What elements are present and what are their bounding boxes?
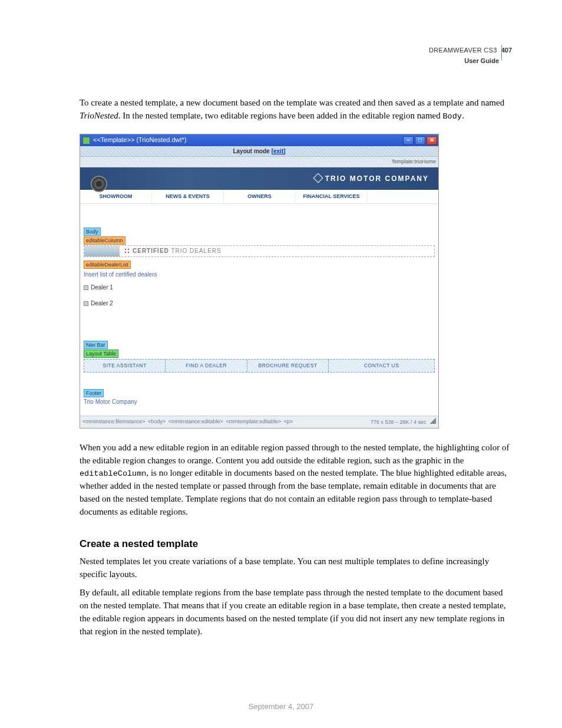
tag-body: Body	[84, 228, 101, 236]
header-divider	[501, 45, 502, 60]
bnav-brochure[interactable]: BROCHURE REQUEST	[247, 360, 329, 371]
brand-icon	[313, 173, 323, 183]
exit-link[interactable]: [exit]	[272, 147, 286, 156]
tag-editable-dealer-list: editableDealerList	[84, 261, 131, 269]
content-area: Body editableColumn CERTIFIED TRIO DEALE…	[80, 204, 438, 410]
minimize-button[interactable]: –	[403, 136, 414, 145]
after-paragraph: When you add a new editable region in an…	[80, 442, 512, 519]
window-title: <<Template>> (TrioNested.dwt*)	[93, 136, 403, 145]
template-indicator: Template:trioHome	[80, 157, 438, 167]
status-info: 776 x 538 – 28K / 4 sec	[371, 418, 436, 426]
status-bar: <mminstance:fileinstance> <body> <mminst…	[80, 416, 438, 428]
product-name: DREAMWEAVER CS3	[429, 47, 497, 54]
nav-financial[interactable]: FINANCIAL SERVICES	[296, 190, 368, 203]
dealer-block: editableDealerList Insert list of certif…	[84, 261, 435, 311]
page-header: DREAMWEAVER CS3 407 User Guide	[80, 46, 512, 66]
tag-editable-column: editableColumn	[84, 236, 125, 245]
screenshot-figure: <<Template>> (TrioNested.dwt*) – □ ✕ Lay…	[80, 134, 439, 428]
tag-navbar: Nav Bar	[84, 341, 108, 349]
resize-handle-icon[interactable]	[430, 418, 436, 424]
bnav-contact[interactable]: CONTACT US	[329, 360, 434, 371]
site-banner: TRIO MOTOR COMPANY	[80, 167, 438, 190]
layout-mode-label: Layout mode	[233, 147, 269, 156]
car-thumb	[84, 246, 120, 256]
main-nav: SHOWROOM NEWS & EVENTS OWNERS FINANCIAL …	[80, 190, 438, 204]
section-p1: Nested templates let you create variatio…	[80, 555, 512, 581]
region-name-code: Body	[443, 112, 462, 121]
nav-owners[interactable]: OWNERS	[224, 190, 296, 203]
layout-mode-bar: Layout mode [exit]	[80, 146, 438, 157]
intro-paragraph: To create a nested template, a new docum…	[80, 97, 512, 123]
column-code: editableColumn	[80, 469, 146, 478]
window-titlebar: <<Template>> (TrioNested.dwt*) – □ ✕	[80, 134, 438, 146]
nav-news[interactable]: NEWS & EVENTS	[152, 190, 224, 203]
footer-date: September 4, 2007	[0, 701, 562, 713]
tag-footer: Footer	[84, 389, 104, 397]
bottom-nav: SITE ASSISTANT FIND A DEALER BROCHURE RE…	[84, 359, 435, 372]
section-heading: Create a nested template	[80, 537, 512, 552]
wheel-graphic	[91, 176, 107, 192]
dots-icon	[124, 248, 130, 254]
window-controls: – □ ✕	[403, 136, 437, 145]
close-button[interactable]: ✕	[427, 136, 437, 145]
nav-showroom[interactable]: SHOWROOM	[80, 190, 152, 203]
template-name-italic: TrioNested	[80, 111, 118, 120]
dealer-1: Dealer 1	[84, 280, 435, 296]
bullet-icon	[84, 301, 88, 306]
page-number: 407	[501, 47, 512, 54]
guide-label: User Guide	[80, 57, 499, 66]
section-p2: By default, all editable template region…	[80, 587, 512, 638]
footer-text: Trio Motor Company	[84, 397, 435, 407]
dealer-intro: Insert list of certified dealers	[84, 269, 435, 281]
certified-text: CERTIFIED TRIO DEALERS	[133, 247, 222, 256]
brand-name: TRIO MOTOR COMPANY	[315, 174, 429, 184]
maximize-button[interactable]: □	[415, 136, 425, 145]
document-icon	[82, 137, 90, 144]
dealer-2: Dealer 2	[84, 296, 435, 312]
tag-layout-table: Layout Table	[84, 350, 118, 358]
bnav-find-dealer[interactable]: FIND A DEALER	[166, 360, 247, 371]
footer-block: Footer Trio Motor Company	[84, 389, 435, 407]
tag-selector[interactable]: <mminstance:fileinstance> <body> <mminst…	[82, 418, 294, 426]
certified-row: CERTIFIED TRIO DEALERS	[84, 245, 435, 257]
bnav-site-assistant[interactable]: SITE ASSISTANT	[84, 360, 166, 371]
bullet-icon	[84, 285, 88, 290]
